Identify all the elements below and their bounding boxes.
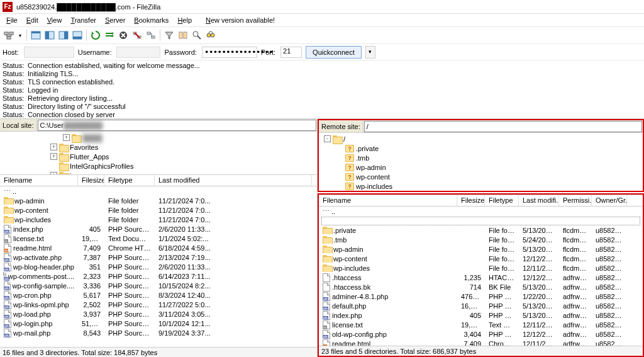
col-modified[interactable]: Last modifi... bbox=[519, 195, 559, 206]
list-item[interactable]: phwp-activate.php7,387PHP Source File2/1… bbox=[0, 252, 317, 262]
toggle-remote-tree-button[interactable] bbox=[57, 29, 70, 42]
list-item[interactable]: wp-contentFile folder11/21/2024 7:0... bbox=[0, 205, 317, 215]
list-item[interactable]: phwp-load.php3,937PHP Source File3/11/20… bbox=[0, 309, 317, 319]
col-filetype[interactable]: Filetype bbox=[485, 195, 519, 206]
tree-toggle[interactable]: + bbox=[50, 144, 57, 150]
list-item[interactable]: phdefault.php16,358PHP Sou...5/13/2024 .… bbox=[319, 301, 643, 310]
folder-icon bbox=[59, 172, 68, 175]
toggle-queue-button[interactable] bbox=[71, 29, 84, 42]
local-list-header[interactable]: Filename Filesize Filetype Last modified bbox=[0, 174, 317, 186]
tree-item[interactable]: +Flutter_Apps bbox=[0, 152, 317, 161]
col-filesize[interactable]: Filesize bbox=[78, 175, 104, 186]
tree-item[interactable]: ?wp-content bbox=[319, 172, 643, 181]
list-item[interactable]: htreadme.html7,409Chrome HTML ...6/18/20… bbox=[0, 243, 317, 252]
reconnect-button[interactable] bbox=[145, 29, 157, 42]
sitemanager-button[interactable] bbox=[3, 29, 15, 42]
sync-browse-button[interactable] bbox=[191, 29, 203, 42]
username-input[interactable] bbox=[116, 47, 160, 58]
col-filetype[interactable]: Filetype bbox=[104, 175, 155, 186]
dropdown-arrow[interactable]: ▾ bbox=[16, 29, 24, 42]
compare-button[interactable] bbox=[177, 29, 189, 42]
disconnect-button[interactable] bbox=[131, 29, 143, 42]
list-item[interactable]: wp-adminFile folder5/13/2024 ...flcdmpe … bbox=[319, 244, 643, 254]
port-input[interactable]: 21 bbox=[280, 47, 302, 58]
local-file-list[interactable]: ⋯..wp-adminFile folder11/21/2024 7:0...w… bbox=[0, 186, 317, 347]
list-item[interactable]: txlicense.txt19,915Text Doc...12/11/2024… bbox=[319, 320, 643, 329]
menu-help[interactable]: Help bbox=[174, 15, 196, 25]
menu-server[interactable]: Server bbox=[101, 15, 129, 25]
list-item[interactable]: txlicense.txt19,915Text Document1/1/2024… bbox=[0, 234, 317, 243]
tree-item[interactable]: +████ bbox=[0, 133, 317, 142]
process-queue-button[interactable] bbox=[103, 29, 116, 42]
list-item[interactable]: phindex.php405PHP Sou...5/13/2024 ...adf… bbox=[319, 310, 643, 320]
list-item[interactable]: ⋯.. bbox=[0, 186, 317, 196]
tree-toggle[interactable]: + bbox=[50, 153, 57, 160]
filter-button[interactable] bbox=[163, 29, 175, 42]
list-item[interactable]: phindex.php405PHP Source File2/6/2020 11… bbox=[0, 224, 317, 234]
list-item[interactable]: phwp-login.php51,367PHP Source File10/1/… bbox=[0, 319, 317, 328]
php-file-icon: ph bbox=[323, 330, 330, 339]
list-item[interactable]: wp-adminFile folder11/21/2024 7:0... bbox=[0, 196, 317, 205]
tree-label: IntelGraphicsProfiles bbox=[70, 162, 134, 170]
list-item[interactable]: phold-wp-config.php3,404PHP Sou...12/12/… bbox=[319, 329, 643, 339]
list-item[interactable]: .tmbFile folder5/24/2024 ...flcdmpe ...u… bbox=[319, 235, 643, 244]
tree-item[interactable]: +Favorites bbox=[0, 142, 317, 152]
tree-item[interactable]: ?.tmb bbox=[319, 153, 643, 162]
tree-toggle[interactable]: - bbox=[324, 135, 331, 142]
col-owner[interactable]: Owner/Gr... bbox=[592, 195, 627, 206]
menu-bookmarks[interactable]: Bookmarks bbox=[130, 15, 172, 25]
svg-rect-19 bbox=[184, 32, 187, 38]
col-filename[interactable]: Filename bbox=[319, 195, 457, 206]
refresh-button[interactable] bbox=[89, 29, 102, 42]
menu-file[interactable]: File bbox=[3, 15, 21, 25]
menu-edit[interactable]: Edit bbox=[23, 15, 42, 25]
list-item[interactable]: .htaccess.bk714BK File5/13/2024 ...adfrw… bbox=[319, 282, 643, 292]
new-directory-placeholder[interactable] bbox=[321, 217, 640, 225]
host-input[interactable] bbox=[24, 47, 74, 58]
menu-new-version-available-[interactable]: New version available! bbox=[202, 15, 279, 25]
remote-list-header[interactable]: Filename Filesize Filetype Last modifi..… bbox=[319, 195, 643, 207]
list-item[interactable]: ⋯.. bbox=[319, 207, 643, 216]
list-item[interactable]: htreadme.html7,409Chrome ...12/11/2024..… bbox=[319, 339, 643, 346]
message-log[interactable]: Status:Connection established, waiting f… bbox=[0, 60, 644, 119]
search-button[interactable] bbox=[204, 29, 217, 42]
list-item[interactable]: phwp-blog-header.php351PHP Source File2/… bbox=[0, 262, 317, 271]
menu-view[interactable]: View bbox=[43, 15, 66, 25]
list-item[interactable]: phwp-comments-post....2,323PHP Source Fi… bbox=[0, 271, 317, 281]
remote-tree[interactable]: -/?.private?.tmb?wp-admin?wp-content?wp-… bbox=[319, 133, 643, 191]
list-item[interactable]: phwp-cron.php5,617PHP Source File8/3/202… bbox=[0, 290, 317, 300]
local-tree[interactable]: +████+Favorites+Flutter_AppsIntelGraphic… bbox=[0, 132, 317, 174]
password-input[interactable]: •••••••••••••••• bbox=[202, 47, 257, 58]
quickconnect-button[interactable]: Quickconnect bbox=[306, 46, 362, 59]
local-path-input[interactable]: C:\User████████ bbox=[38, 120, 316, 131]
list-item[interactable]: phwp-links-opml.php2,502PHP Source File1… bbox=[0, 300, 317, 309]
php-file-icon: ph bbox=[4, 263, 11, 271]
remote-file-list[interactable]: ⋯...privateFile folder5/13/2024 ...flcdm… bbox=[319, 207, 643, 346]
col-permissions[interactable]: Permissi... bbox=[559, 195, 592, 206]
tree-item[interactable]: ?wp-admin bbox=[319, 162, 643, 172]
list-item[interactable]: .htaccess1,235HTACCE...12/12/2024...adfr… bbox=[319, 273, 643, 282]
tree-item[interactable]: ?.private bbox=[319, 144, 643, 153]
list-item[interactable]: .privateFile folder5/13/2024 ...flcdmpe … bbox=[319, 225, 643, 235]
cancel-button[interactable] bbox=[117, 29, 130, 42]
toggle-local-tree-button[interactable] bbox=[43, 29, 56, 42]
menubar: FileEditViewTransferServerBookmarksHelpN… bbox=[0, 14, 644, 26]
tree-label: wp-content bbox=[356, 173, 390, 181]
tree-item[interactable]: -/ bbox=[319, 134, 643, 144]
list-item[interactable]: wp-includesFile folder12/11/2024...flcdm… bbox=[319, 263, 643, 273]
menu-transfer[interactable]: Transfer bbox=[67, 15, 100, 25]
toggle-log-button[interactable] bbox=[30, 29, 42, 42]
list-item[interactable]: phadminer-4.8.1.php476,603PHP Sou...1/22… bbox=[319, 292, 643, 301]
list-item[interactable]: phwp-mail.php8,543PHP Source File9/19/20… bbox=[0, 328, 317, 337]
list-item[interactable]: wp-includesFile folder11/21/2024 7:0... bbox=[0, 215, 317, 224]
col-filename[interactable]: Filename bbox=[0, 175, 78, 186]
list-item[interactable]: phwp-config-sample....3,336PHP Source Fi… bbox=[0, 281, 317, 290]
col-filesize[interactable]: Filesize bbox=[457, 195, 485, 206]
tree-item[interactable]: ?wp-includes bbox=[319, 181, 643, 191]
remote-path-input[interactable]: / bbox=[364, 121, 642, 132]
list-item[interactable]: wp-contentFile folder12/12/2024...flcdmp… bbox=[319, 254, 643, 263]
quickconnect-dropdown[interactable]: ▾ bbox=[365, 46, 375, 59]
tree-item[interactable]: IntelGraphicsProfiles bbox=[0, 161, 317, 171]
tree-toggle[interactable]: + bbox=[63, 134, 70, 141]
col-modified[interactable]: Last modified bbox=[155, 175, 312, 186]
